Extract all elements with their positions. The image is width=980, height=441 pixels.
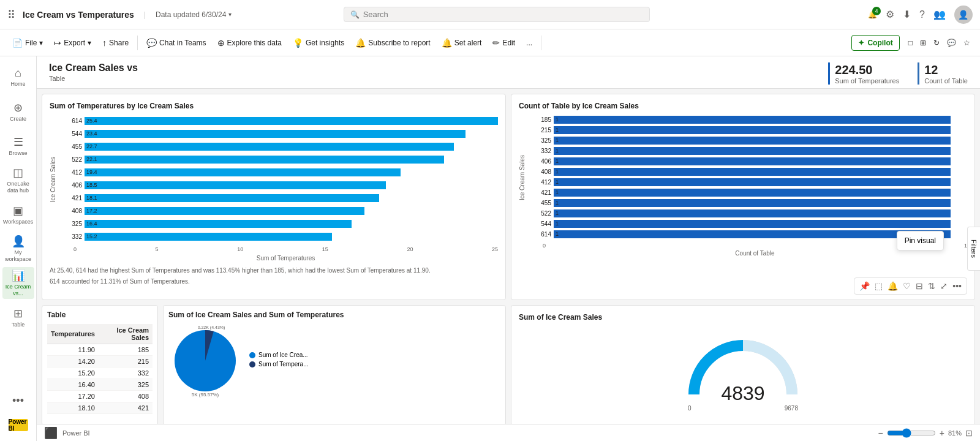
kpi2-bar: [918, 62, 919, 85]
bar-track: 23.4: [85, 130, 498, 138]
bar-row-label: 455: [530, 200, 551, 206]
sidebar-item-more[interactable]: •••: [2, 385, 34, 417]
view-button[interactable]: ⊞: [918, 36, 929, 50]
bar-track: 1: [554, 137, 967, 145]
search-bar[interactable]: 🔍: [344, 7, 650, 22]
bar-fill: 18.1: [85, 194, 379, 202]
zoom-slider[interactable]: [887, 428, 936, 438]
download-icon[interactable]: ⬇: [903, 9, 911, 20]
chart2-bar-row: 2151: [530, 126, 967, 134]
export-label: Export: [64, 39, 85, 47]
copy-icon[interactable]: ⬚: [873, 280, 884, 292]
bar-track: 1: [554, 220, 967, 228]
sidebar-item-onelake[interactable]: ◫ OneLake data hub: [2, 164, 34, 196]
apps-icon[interactable]: ⠿: [7, 8, 15, 21]
insights-button[interactable]: 💡 Get insights: [288, 36, 349, 50]
chat-teams-button[interactable]: 💬 Chat in Teams: [141, 36, 211, 50]
edit-button[interactable]: ✏ Edit: [488, 36, 520, 50]
sidebar-item-browse[interactable]: ☰ Browse: [2, 130, 34, 162]
bar-value: 1: [556, 200, 559, 206]
focus-icon[interactable]: ♡: [902, 280, 912, 292]
sort-icon[interactable]: ⇅: [927, 280, 937, 292]
help-icon[interactable]: ?: [919, 9, 925, 20]
share-icon[interactable]: 👥: [933, 9, 946, 20]
gauge-area: 4839 0 9678: [519, 326, 967, 418]
filters-panel-tab[interactable]: Filters: [967, 227, 980, 271]
star-button[interactable]: ☆: [961, 36, 973, 50]
bar-track: 1: [554, 116, 967, 124]
chart-card-3[interactable]: Table Temperatures Ice Cream Sales 11.90…: [42, 305, 158, 426]
bar-value: 1: [556, 148, 559, 154]
export-button[interactable]: ↦ Export ▾: [49, 36, 96, 50]
alert-button[interactable]: 🔔 Set alert: [437, 36, 487, 50]
more-button[interactable]: ...: [521, 36, 537, 50]
pin-icon[interactable]: 📌: [858, 280, 871, 292]
bar-fill-dark: 1: [554, 168, 951, 176]
more-vab-icon[interactable]: •••: [951, 280, 963, 292]
settings-icon[interactable]: ⚙: [886, 9, 894, 20]
browse-icon: ☰: [13, 135, 23, 149]
subscribe-icon: 🔔: [355, 38, 366, 48]
sidebar-item-ice-cream[interactable]: 📊 Ice Cream vs...: [2, 267, 34, 299]
chart1-y-label: Ice Cream Sales: [50, 115, 58, 244]
bookmark-button[interactable]: □: [906, 36, 915, 50]
comment-button[interactable]: 💬: [944, 36, 959, 50]
bottom-left-row: Table Temperatures Ice Cream Sales 11.90…: [42, 305, 506, 426]
refresh-button[interactable]: ↻: [931, 36, 942, 50]
sidebar-home-label: Home: [10, 81, 25, 88]
copilot-button[interactable]: ✦ Copilot: [851, 35, 899, 51]
search-input[interactable]: [363, 10, 643, 19]
sidebar-browse-label: Browse: [9, 150, 27, 157]
legend-dot-2: [249, 361, 255, 368]
expand-icon[interactable]: ⤢: [939, 280, 949, 292]
bar-fill: 17.2: [85, 207, 364, 215]
sidebar-onelake-label: OneLake data hub: [5, 181, 32, 194]
bar-value: 1: [556, 116, 559, 123]
bar-value: 1: [556, 137, 559, 143]
workspaces-icon: ▣: [13, 204, 23, 217]
content-area: Ice Cream Sales vs Table 224.50 Sum of T…: [37, 56, 980, 441]
updated-info[interactable]: Data updated 6/30/24 ▾: [156, 10, 232, 19]
table-row: 11.90185: [47, 344, 153, 356]
file-button[interactable]: 📄 File ▾: [7, 36, 48, 50]
bar-row-label: 522: [61, 156, 82, 163]
chart-card-2[interactable]: Count of Table by Ice Cream Sales Ice Cr…: [511, 94, 975, 300]
alert-vab-icon[interactable]: 🔔: [886, 280, 899, 292]
zoom-in-button[interactable]: +: [940, 428, 944, 438]
chart-card-5[interactable]: Sum of Ice Cream Sales 4839 0 9678: [511, 305, 975, 426]
kpi2-value: 12: [924, 62, 968, 77]
sidebar-item-table[interactable]: ⊞ Table: [2, 301, 34, 333]
explore-button[interactable]: ⊕ Explore this data: [213, 36, 287, 50]
search-icon: 🔍: [350, 10, 360, 19]
powerbi-logo[interactable]: Power BI: [9, 419, 28, 431]
pie-chart-svg: 5K (95.57%) 0.22K (4.43%): [168, 324, 242, 398]
sidebar-item-workspaces[interactable]: ▣ Workspaces: [2, 198, 34, 230]
bar-fill-dark: 1: [554, 157, 951, 165]
bar-track: 1: [554, 157, 967, 165]
sidebar-create-label: Create: [10, 116, 26, 123]
data-table: Temperatures Ice Cream Sales 11.9018514.…: [47, 324, 153, 414]
avatar[interactable]: 👤: [954, 6, 973, 24]
bar-value: 1: [556, 210, 559, 216]
chart1-bar-row: 54423.4: [61, 128, 498, 139]
sidebar-item-home[interactable]: ⌂ Home: [2, 61, 34, 93]
zoom-out-button[interactable]: −: [878, 428, 883, 438]
table-temp-cell: 11.90: [47, 344, 99, 356]
fit-page-button[interactable]: ⊡: [965, 428, 973, 438]
bar-row-label: 412: [61, 169, 82, 176]
table-temp-cell: 14.20: [47, 356, 99, 368]
chart1-desc2: 614 accounted for 11.31% of Sum of Tempe…: [50, 277, 498, 286]
subscribe-button[interactable]: 🔔 Subscribe to report: [350, 36, 435, 50]
filter-vab-icon[interactable]: ⊟: [914, 280, 924, 292]
sidebar-item-my-workspace[interactable]: 👤 My workspace: [2, 233, 34, 265]
bar-value: 22.1: [86, 156, 97, 162]
notifications-button[interactable]: 🔔 4: [868, 10, 877, 19]
bar-track: 1: [554, 147, 967, 155]
chart-card-1[interactable]: Sum of Temperatures by Ice Cream Sales I…: [42, 94, 506, 300]
table-icon: ⊞: [13, 307, 23, 320]
sidebar-item-create[interactable]: ⊕ Create: [2, 96, 34, 127]
legend-label-2: Sum of Tempera...: [258, 361, 309, 368]
chart1-bar-row: 40817.2: [61, 205, 498, 216]
share-button[interactable]: ↑ Share: [97, 36, 134, 50]
chart-card-4[interactable]: Sum of Ice Cream Sales and Sum of Temper…: [163, 305, 506, 426]
